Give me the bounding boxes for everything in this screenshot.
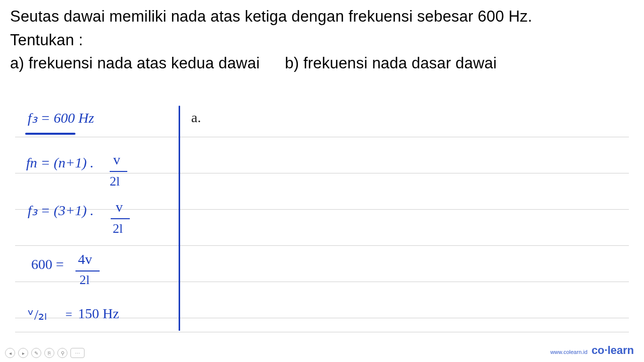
question-line-2: Tentukan : [10,29,634,52]
next-button[interactable]: ▸ [18,348,28,358]
hw-divider [179,106,180,331]
ruled-line [15,282,629,282]
edit-button[interactable]: ✎ [31,348,41,358]
hw-section-a: a. [191,110,201,126]
hw-result-val: 150 Hz [78,306,119,322]
more-button[interactable]: ⋯ [70,348,85,358]
zoom-button[interactable]: ⚲ [57,348,67,358]
ruled-line [15,137,629,137]
brand-logo: co·learn [592,344,634,357]
hw-f3-num: v [116,199,123,215]
hw-fn-formula: fn = (n+1) . [26,155,94,171]
brand-url: www.colearn.id [550,349,588,355]
question-part-a: a) frekuensi nada atas kedua dawai [10,52,260,75]
player-controls: ◂ ▸ ✎ ⎘ ⚲ ⋯ [5,348,85,358]
question-line-1: Seutas dawai memiliki nada atas ketiga d… [10,5,634,29]
hw-600-fracline [75,270,100,272]
hw-fn-num: v [113,152,120,168]
hw-result-lhs: ᵛ/₂ₗ [28,306,47,323]
copy-button[interactable]: ⎘ [44,348,54,358]
ruled-line [15,332,629,332]
hw-underline [25,133,75,135]
work-area: f₃ = 600 Hz a. fn = (n+1) . v 2l f₃ = (3… [0,101,644,332]
hw-600-num: 4v [78,251,92,267]
prev-button[interactable]: ◂ [5,348,15,358]
hw-result-eq: = [65,308,72,321]
hw-f3-den: 2l [113,221,123,236]
question-part-b: b) frekuensi nada dasar dawai [285,52,497,75]
ruled-line [15,209,629,210]
ruled-line [15,245,629,246]
hw-f3-fracline [111,218,130,219]
hw-fn-fracline [110,171,127,172]
hw-f3-formula: f₃ = (3+1) . [28,202,94,219]
hw-given: f₃ = 600 Hz [28,110,94,126]
hw-fn-den: 2l [110,174,120,189]
hw-600: 600 = [31,256,64,273]
hw-600-den: 2l [79,273,90,288]
brand-area: www.colearn.id co·learn [550,344,634,357]
ruled-line [15,173,629,173]
